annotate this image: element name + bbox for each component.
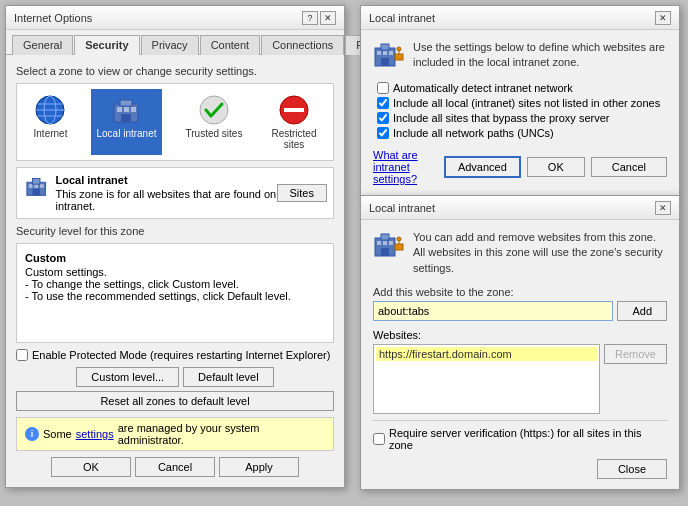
svg-rect-32: [389, 241, 393, 245]
security-level-desc1: Custom settings.: [25, 266, 325, 278]
svg-rect-33: [381, 248, 389, 256]
svg-rect-8: [131, 107, 136, 112]
apply-button[interactable]: Apply: [219, 457, 299, 477]
separator: [373, 420, 667, 421]
svg-rect-22: [383, 51, 387, 55]
ok-button[interactable]: OK: [51, 457, 131, 477]
close-button[interactable]: Close: [597, 459, 667, 479]
internet-options-title-bar: Internet Options ? ✕: [6, 6, 344, 30]
local-intranet-bottom-controls: ✕: [655, 201, 671, 215]
window-controls: ? ✕: [302, 11, 336, 25]
cancel-button[interactable]: Cancel: [135, 457, 215, 477]
websites-section: https://firestart.domain.com Remove: [373, 344, 667, 414]
svg-rect-17: [40, 184, 44, 188]
local-intranet-bottom-window: Local intranet ✕ You can add and remove …: [360, 195, 680, 490]
zone-internet[interactable]: Internet: [30, 90, 72, 154]
option-network-paths: Include all network paths (UNCs): [377, 127, 667, 139]
dialog-icon: [373, 40, 405, 72]
restricted-sites-icon: [278, 94, 310, 126]
svg-rect-25: [381, 44, 389, 50]
security-level-label: Security level for this zone: [16, 225, 334, 237]
option-bypass-proxy: Include all sites that bypass the proxy …: [377, 112, 667, 124]
restricted-sites-zone-name: Restrictedsites: [271, 128, 316, 150]
require-verification-label: Require server verification (https:) for…: [389, 427, 667, 451]
trusted-sites-icon: [198, 94, 230, 126]
protected-mode-row: Enable Protected Mode (requires restarti…: [16, 349, 334, 361]
bottom-dialog-header: You can add and remove websites from thi…: [373, 230, 667, 276]
local-intranet-top-close[interactable]: ✕: [655, 11, 671, 25]
advanced-button[interactable]: Advanced: [444, 156, 521, 178]
svg-rect-18: [32, 189, 39, 196]
intranet-settings-link[interactable]: What are intranet settings?: [373, 149, 438, 185]
bottom-buttons: OK Cancel Apply: [16, 457, 334, 477]
sites-button[interactable]: Sites: [277, 184, 327, 202]
websites-list: https://firestart.domain.com: [373, 344, 600, 414]
svg-rect-26: [395, 54, 403, 60]
all-local-label: Include all local (intranet) sites not l…: [393, 97, 660, 109]
tab-content[interactable]: Content: [200, 35, 261, 55]
websites-list-container: https://firestart.domain.com: [373, 344, 600, 414]
internet-options-window: Internet Options ? ✕ General Security Pr…: [5, 5, 345, 488]
network-paths-checkbox[interactable]: [377, 127, 389, 139]
svg-rect-9: [121, 114, 131, 122]
tab-connections[interactable]: Connections: [261, 35, 344, 55]
settings-link[interactable]: settings: [76, 428, 114, 440]
require-verification-checkbox[interactable]: [373, 433, 385, 445]
all-local-checkbox[interactable]: [377, 97, 389, 109]
require-verification-row: Require server verification (https:) for…: [373, 427, 667, 451]
local-intranet-zone-name: Local intranet: [96, 128, 156, 139]
local-intranet-bottom-close[interactable]: ✕: [655, 201, 671, 215]
add-website-section: Add this website to the zone: Add: [373, 286, 667, 321]
zones-row: Internet Local intranet: [16, 83, 334, 161]
tab-privacy[interactable]: Privacy: [141, 35, 199, 55]
local-intranet-top-desc: Use the settings below to define which w…: [413, 40, 667, 71]
zone-trusted-sites[interactable]: Trusted sites: [182, 90, 247, 154]
local-intranet-top-title: Local intranet: [369, 12, 435, 24]
custom-level-button[interactable]: Custom level...: [76, 367, 179, 387]
local-intranet-top-buttons: What are intranet settings? Advanced OK …: [373, 149, 667, 185]
close-button[interactable]: ✕: [320, 11, 336, 25]
zone-info-box: Local intranet This zone is for all webs…: [16, 167, 334, 219]
protected-mode-checkbox[interactable]: [16, 349, 28, 361]
level-buttons-row: Custom level... Default level: [16, 367, 334, 387]
internet-zone-name: Internet: [34, 128, 68, 139]
svg-rect-34: [381, 234, 389, 240]
svg-point-37: [397, 237, 401, 241]
info-bar-text1: Some: [43, 428, 72, 440]
tabs-bar: General Security Privacy Content Connect…: [6, 30, 344, 55]
security-tab-content: Select a zone to view or change security…: [6, 55, 344, 487]
tab-general[interactable]: General: [12, 35, 73, 55]
bypass-proxy-label: Include all sites that bypass the proxy …: [393, 112, 609, 124]
bottom-dialog-icon: [373, 230, 405, 262]
local-intranet-icon: [110, 94, 142, 126]
top-cancel-button[interactable]: Cancel: [591, 157, 667, 177]
add-button[interactable]: Add: [617, 301, 667, 321]
local-intranet-small-icon: [25, 174, 47, 198]
svg-rect-16: [34, 184, 38, 188]
zone-restricted-sites[interactable]: Restrictedsites: [267, 90, 320, 154]
help-button[interactable]: ?: [302, 11, 318, 25]
tab-security[interactable]: Security: [74, 35, 139, 55]
svg-point-11: [200, 96, 228, 124]
close-btn-row: Close: [373, 459, 667, 479]
website-item[interactable]: https://firestart.domain.com: [376, 347, 597, 361]
info-bar: i Some settings are managed by your syst…: [16, 417, 334, 451]
security-level-name: Custom: [25, 252, 325, 264]
trusted-sites-zone-name: Trusted sites: [186, 128, 243, 139]
zone-local-intranet[interactable]: Local intranet: [92, 90, 160, 154]
top-ok-button[interactable]: OK: [527, 157, 585, 177]
local-intranet-bottom-desc: You can add and remove websites from thi…: [413, 230, 667, 276]
reset-all-button[interactable]: Reset all zones to default level: [16, 391, 334, 411]
add-website-input[interactable]: [373, 301, 613, 321]
svg-rect-23: [389, 51, 393, 55]
default-level-button[interactable]: Default level: [183, 367, 274, 387]
svg-rect-24: [381, 58, 389, 66]
bypass-proxy-checkbox[interactable]: [377, 112, 389, 124]
local-intranet-top-title-bar: Local intranet ✕: [361, 6, 679, 30]
local-intranet-top-content: Use the settings below to define which w…: [361, 30, 679, 195]
option-auto-detect: Automatically detect intranet network: [377, 82, 667, 94]
auto-detect-checkbox[interactable]: [377, 82, 389, 94]
internet-options-title: Internet Options: [14, 12, 92, 24]
svg-rect-31: [383, 241, 387, 245]
remove-button[interactable]: Remove: [604, 344, 667, 364]
